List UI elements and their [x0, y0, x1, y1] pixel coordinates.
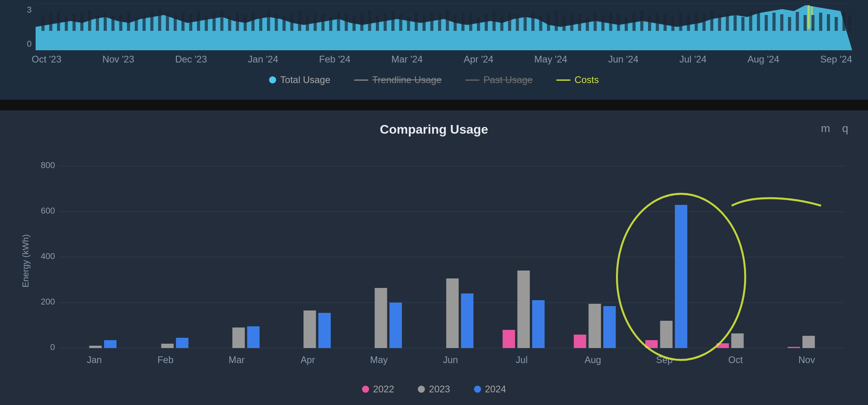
svg-rect-54: [430, 13, 434, 31]
x-label-may24: May '24: [534, 54, 567, 65]
svg-rect-109: [842, 12, 845, 31]
svg-rect-73: [578, 14, 581, 31]
legend-past-usage-label: Past Usage: [483, 74, 533, 85]
svg-rect-6: [57, 11, 60, 31]
svg-rect-133: [318, 313, 331, 348]
svg-rect-47: [376, 15, 379, 31]
corner-buttons: m q: [821, 122, 848, 135]
svg-rect-82: [648, 15, 651, 31]
svg-rect-135: [375, 288, 387, 348]
x-label-jun24: Jun '24: [608, 54, 639, 65]
svg-rect-69: [547, 13, 550, 31]
legend-2023-dot: [418, 386, 425, 393]
legend-costs-label: Costs: [574, 74, 599, 85]
y-tick-0: 0: [16, 39, 32, 49]
svg-rect-144: [589, 304, 601, 348]
total-usage-dot: [269, 76, 276, 83]
legend-2022-label: 2022: [373, 384, 394, 395]
svg-rect-33: [267, 11, 270, 31]
svg-rect-138: [446, 278, 459, 348]
svg-rect-79: [625, 17, 628, 31]
svg-rect-14: [119, 14, 122, 31]
svg-text:Feb: Feb: [157, 354, 174, 365]
svg-rect-71: [563, 15, 566, 31]
svg-rect-108: [835, 17, 838, 31]
m-button[interactable]: m: [821, 122, 830, 135]
svg-rect-102: [804, 15, 807, 31]
svg-text:200: 200: [41, 297, 55, 307]
svg-rect-8: [72, 14, 76, 31]
legend-2024-dot: [474, 386, 481, 393]
svg-rect-153: [802, 336, 815, 348]
legend-2023-label: 2023: [429, 384, 450, 395]
svg-rect-55: [438, 14, 441, 31]
top-chart-svg: [36, 3, 852, 51]
svg-text:Nov: Nov: [798, 354, 815, 365]
legend-2024-label: 2024: [485, 384, 506, 395]
svg-rect-152: [788, 347, 800, 348]
svg-rect-35: [282, 16, 286, 31]
svg-rect-26: [212, 13, 216, 31]
svg-rect-81: [640, 10, 643, 31]
svg-rect-59: [469, 12, 472, 31]
svg-rect-60: [477, 17, 480, 31]
svg-rect-103: [807, 5, 810, 29]
svg-rect-148: [675, 205, 687, 348]
svg-rect-111: [36, 146, 852, 376]
svg-rect-96: [757, 10, 760, 31]
legend-total-usage: Total Usage: [269, 74, 330, 85]
top-chart-legend: Total Usage Trendline Usage Past Usage C…: [16, 70, 852, 92]
svg-rect-57: [454, 15, 457, 31]
costs-line: [556, 79, 570, 81]
svg-rect-95: [749, 12, 752, 31]
svg-rect-140: [502, 330, 515, 348]
svg-rect-41: [329, 17, 332, 31]
svg-rect-94: [741, 17, 745, 31]
svg-rect-107: [827, 14, 830, 31]
svg-rect-90: [710, 10, 713, 31]
svg-rect-4: [42, 15, 45, 31]
y-tick-3: 3: [16, 5, 32, 15]
svg-rect-92: [726, 13, 729, 31]
svg-rect-65: [516, 14, 519, 31]
x-label-nov23: Nov '23: [102, 54, 135, 65]
svg-rect-78: [617, 14, 620, 31]
svg-rect-106: [819, 13, 822, 31]
legend-2024: 2024: [474, 384, 506, 395]
svg-rect-141: [517, 271, 530, 348]
svg-rect-86: [679, 12, 682, 31]
trendline-usage-line: [354, 79, 368, 81]
svg-text:400: 400: [41, 251, 55, 261]
svg-rect-74: [586, 17, 589, 31]
svg-rect-76: [601, 15, 605, 31]
bar-chart-svg: 800 600 400 200 0: [36, 146, 852, 376]
svg-rect-21: [174, 15, 177, 31]
svg-rect-105: [811, 15, 815, 31]
x-label-jul24: Jul '24: [679, 54, 707, 65]
svg-rect-130: [247, 326, 260, 348]
svg-rect-12: [104, 13, 107, 31]
svg-text:Apr: Apr: [301, 354, 315, 365]
svg-rect-36: [290, 13, 294, 31]
svg-text:Aug: Aug: [584, 354, 601, 365]
legend-trendline-usage: Trendline Usage: [354, 74, 442, 85]
svg-text:800: 800: [41, 160, 55, 170]
svg-rect-101: [796, 12, 799, 31]
svg-rect-68: [539, 15, 542, 31]
svg-rect-127: [176, 338, 188, 348]
svg-rect-147: [660, 321, 672, 348]
svg-rect-39: [314, 13, 317, 31]
svg-rect-29: [236, 13, 239, 31]
q-button[interactable]: q: [842, 122, 848, 135]
x-label-mar24: Mar '24: [391, 54, 423, 65]
svg-rect-100: [788, 17, 791, 31]
svg-rect-98: [773, 13, 776, 31]
svg-rect-87: [687, 15, 690, 31]
svg-rect-142: [532, 300, 544, 348]
svg-rect-31: [251, 12, 254, 31]
svg-rect-23: [189, 14, 192, 31]
svg-rect-20: [166, 13, 169, 31]
svg-rect-62: [493, 11, 496, 31]
svg-rect-13: [112, 16, 115, 31]
svg-rect-110: [848, 15, 851, 31]
